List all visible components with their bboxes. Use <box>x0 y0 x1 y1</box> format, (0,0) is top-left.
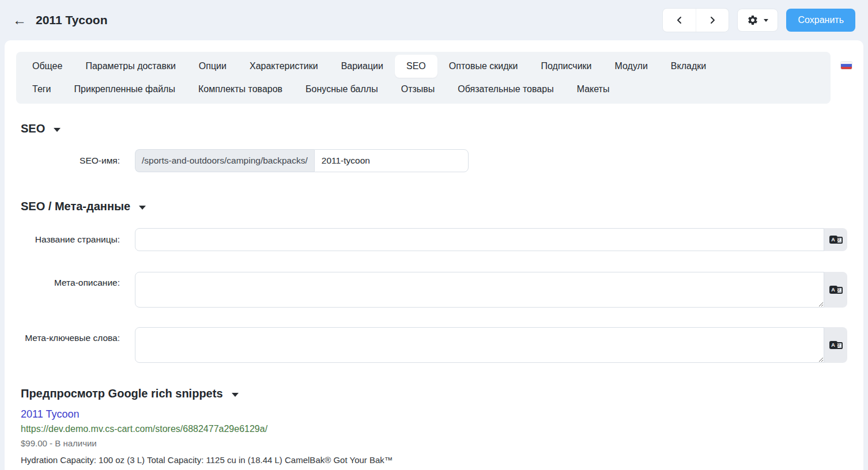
save-button[interactable]: Сохранить <box>786 9 855 32</box>
meta-keywords-row: Мета-ключевые слова: A文 <box>5 327 847 363</box>
seo-name-row: SEO-имя: /sports-and-outdoors/camping/ba… <box>5 149 847 172</box>
seo-name-input[interactable] <box>314 149 469 172</box>
tab-options[interactable]: Опции <box>187 55 238 78</box>
seo-name-label: SEO-имя: <box>5 156 135 166</box>
translate-addon[interactable]: A文 <box>824 327 847 363</box>
google-snippet-preview: 2011 Tycoon https://dev.demo.mv.cs-cart.… <box>21 408 418 470</box>
tab-layouts[interactable]: Макеты <box>565 78 621 101</box>
prev-next-group <box>662 8 729 32</box>
next-product-button[interactable] <box>696 9 729 32</box>
prev-product-button[interactable] <box>663 9 696 32</box>
translate-addon[interactable]: A文 <box>824 228 847 251</box>
tab-reward-points[interactable]: Бонусные баллы <box>294 78 390 101</box>
meta-description-input[interactable] <box>135 272 824 308</box>
meta-section-title: SEO / Мета-данные <box>21 200 130 213</box>
translate-icon: A文 <box>829 236 843 244</box>
settings-dropdown-button[interactable] <box>737 9 778 32</box>
chevron-right-icon <box>708 16 716 24</box>
page-title-label: Название страницы: <box>5 234 135 245</box>
snippet-description: Hydration Capacity: 100 oz (3 L) Total C… <box>21 453 418 470</box>
translate-addon[interactable]: A文 <box>824 272 847 308</box>
tab-tabs[interactable]: Вкладки <box>659 55 718 78</box>
tab-variations[interactable]: Вариации <box>330 55 395 78</box>
translate-icon: A文 <box>829 341 843 349</box>
gear-icon <box>747 14 758 26</box>
tab-qty-discounts[interactable]: Оптовые скидки <box>437 55 530 78</box>
snippet-url: https://dev.demo.mv.cs-cart.com/stores/6… <box>21 424 418 434</box>
caret-down-icon <box>232 393 239 397</box>
caret-down-icon <box>54 128 61 132</box>
page-title: 2011 Tycoon <box>36 13 108 27</box>
meta-keywords-label: Мета-ключевые слова: <box>5 327 135 343</box>
tab-features[interactable]: Характеристики <box>238 55 330 78</box>
caret-down-icon <box>764 19 768 22</box>
tab-tags[interactable]: Теги <box>21 78 63 101</box>
meta-keywords-input[interactable] <box>135 327 824 363</box>
product-edit-card: Общее Параметры доставки Опции Характери… <box>5 40 863 470</box>
tab-reviews[interactable]: Отзывы <box>390 78 447 101</box>
topbar: ← 2011 Tycoon Сохранить <box>0 0 868 40</box>
translate-icon: A文 <box>829 286 843 294</box>
tab-product-bundles[interactable]: Комплекты товаров <box>187 78 294 101</box>
caret-down-icon <box>139 206 146 210</box>
tab-general[interactable]: Общее <box>21 55 74 78</box>
tab-subscribers[interactable]: Подписчики <box>530 55 603 78</box>
snippet-price-availability: $99.00 - В наличии <box>21 438 418 448</box>
back-arrow-icon[interactable]: ← <box>13 13 27 27</box>
seo-section-heading[interactable]: SEO <box>21 122 847 135</box>
meta-description-label: Мета-описание: <box>5 272 135 288</box>
russian-flag-icon[interactable] <box>841 62 852 69</box>
tab-seo[interactable]: SEO <box>395 55 437 78</box>
page-title-row: Название страницы: A文 <box>5 228 847 251</box>
tab-shipping-properties[interactable]: Параметры доставки <box>74 55 187 78</box>
tab-bar: Общее Параметры доставки Опции Характери… <box>16 52 831 104</box>
meta-description-row: Мета-описание: A文 <box>5 272 847 308</box>
meta-section-heading[interactable]: SEO / Мета-данные <box>21 200 847 213</box>
page-title-input[interactable] <box>135 228 824 251</box>
tab-required-products[interactable]: Обязательные товары <box>446 78 565 101</box>
seo-section-title: SEO <box>21 122 45 135</box>
preview-section-title: Предпросмотр Google rich snippets <box>21 387 223 400</box>
snippet-title: 2011 Tycoon <box>21 408 418 420</box>
chevron-left-icon <box>675 16 684 24</box>
tab-attachments[interactable]: Прикрепленные файлы <box>63 78 187 101</box>
seo-name-prefix: /sports-and-outdoors/camping/backpacks/ <box>135 149 314 172</box>
preview-section-heading[interactable]: Предпросмотр Google rich snippets <box>21 387 847 400</box>
tab-addons[interactable]: Модули <box>603 55 659 78</box>
